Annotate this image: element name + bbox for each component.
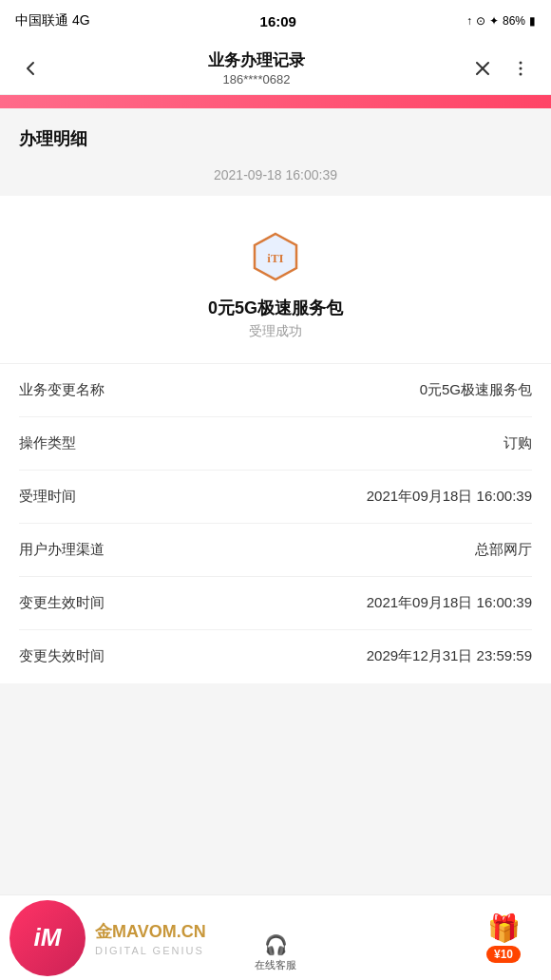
bottom-bar: iM 金MAVOM.CN DIGITAL GENIUS 🎁 ¥10 🎧 在线客服 <box>0 894 551 980</box>
detail-row: 受理时间 2021年09月18日 16:00:39 <box>19 471 532 524</box>
status-right: ↑ ⊙ ✦ 86% ▮ <box>466 14 536 28</box>
battery-text: 86% <box>503 14 525 28</box>
value-5: 2029年12月31日 23:59:59 <box>367 647 532 665</box>
service-card: iTI 0元5G极速服务包 受理成功 业务变更名称 0元5G极速服务包 操作类型… <box>0 196 551 683</box>
section-title: 办理明细 <box>0 108 551 158</box>
detail-row: 变更生效时间 2021年09月18日 16:00:39 <box>19 577 532 630</box>
top-banner <box>0 95 551 108</box>
service-name: 0元5G极速服务包 <box>208 297 343 319</box>
bluetooth-icon: ✦ <box>489 14 499 28</box>
settings-icon: ⊙ <box>476 14 485 28</box>
detail-row: 变更失效时间 2029年12月31日 23:59:59 <box>19 630 532 683</box>
cs-label: 在线客服 <box>255 958 296 972</box>
value-0: 0元5G极速服务包 <box>420 381 532 399</box>
svg-point-1 <box>520 67 522 69</box>
bonus-badge: 🎁 ¥10 <box>466 905 542 971</box>
customer-service[interactable]: 🎧 在线客服 <box>255 933 296 980</box>
nav-actions <box>467 53 536 84</box>
service-icon-wrap: iTI <box>249 230 302 283</box>
label-1: 操作类型 <box>19 434 91 452</box>
im-logo: iM <box>10 900 86 976</box>
value-2: 2021年09月18日 16:00:39 <box>367 488 532 506</box>
label-3: 用户办理渠道 <box>19 541 120 559</box>
nav-title-main: 业务办理记录 <box>46 49 467 71</box>
value-3: 总部网厅 <box>475 541 532 559</box>
date-row: 2021-09-18 16:00:39 <box>0 158 551 196</box>
carrier-text: 中国联通 4G <box>15 12 90 29</box>
label-5: 变更失效时间 <box>19 647 120 665</box>
im-logo-text: iM <box>34 923 62 952</box>
service-status: 受理成功 <box>249 323 302 340</box>
nav-title: 业务办理记录 186****0682 <box>46 49 467 86</box>
status-left: 中国联通 4G <box>15 12 90 29</box>
nav-bar: 业务办理记录 186****0682 <box>0 42 551 95</box>
service-header: iTI 0元5G极速服务包 受理成功 <box>0 196 551 364</box>
detail-list: 业务变更名称 0元5G极速服务包 操作类型 订购 受理时间 2021年09月18… <box>0 364 551 683</box>
brand-name: 金MAVOM.CN <box>95 922 206 941</box>
service-hex-icon: iTI <box>249 230 302 283</box>
back-button[interactable] <box>15 53 46 84</box>
label-4: 变更生效时间 <box>19 594 120 612</box>
close-button[interactable] <box>467 53 498 84</box>
bonus-amount: ¥10 <box>486 946 521 963</box>
detail-row: 操作类型 订购 <box>19 417 532 471</box>
headset-icon: 🎧 <box>264 933 288 956</box>
label-2: 受理时间 <box>19 488 91 506</box>
value-1: 订购 <box>504 434 532 452</box>
status-bar: 中国联通 4G 16:09 ↑ ⊙ ✦ 86% ▮ <box>0 0 551 42</box>
more-button[interactable] <box>505 53 536 84</box>
svg-point-0 <box>520 61 522 64</box>
svg-point-2 <box>520 72 522 75</box>
detail-row: 业务变更名称 0元5G极速服务包 <box>19 364 532 417</box>
nav-title-sub: 186****0682 <box>46 72 467 86</box>
bonus-bag-icon: 🎁 <box>487 913 521 944</box>
battery-icon: ▮ <box>529 14 536 28</box>
location-icon: ↑ <box>466 14 472 28</box>
value-4: 2021年09月18日 16:00:39 <box>367 594 532 612</box>
svg-text:iTI: iTI <box>267 251 283 265</box>
status-time: 16:09 <box>260 13 296 29</box>
label-0: 业务变更名称 <box>19 381 120 399</box>
detail-row: 用户办理渠道 总部网厅 <box>19 524 532 577</box>
